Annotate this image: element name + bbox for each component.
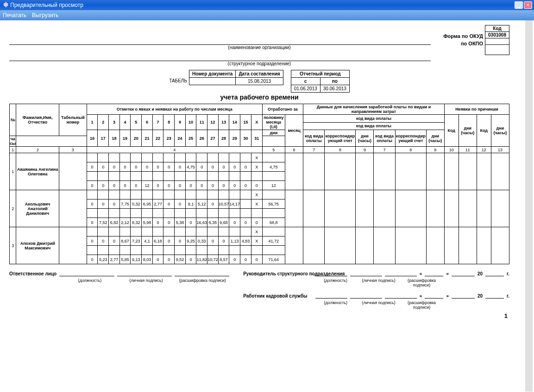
cell: 0 xyxy=(109,236,120,246)
cell: 0 xyxy=(152,255,163,264)
cell: 0 xyxy=(87,199,98,209)
pay-cell xyxy=(459,153,477,190)
cell: 9,25 xyxy=(185,236,196,246)
table-row: 1Аваянина Ангелина ОлеговнаX xyxy=(10,153,509,162)
cell: 0 xyxy=(175,236,186,246)
report-page: Форма по ОКУД по ОКПО Код 0301008 (наиме… xyxy=(0,20,516,324)
h-fio: Фамилия,Имя, Отчество xyxy=(16,104,59,136)
pay-cell xyxy=(325,153,356,190)
cell xyxy=(131,227,142,236)
cell xyxy=(163,153,175,162)
cell xyxy=(240,227,251,236)
cell: 12 xyxy=(262,181,285,190)
period-to: 30.06.2013 xyxy=(320,85,349,93)
cell xyxy=(218,172,229,181)
cell xyxy=(262,153,285,162)
cell: 0 xyxy=(185,181,196,190)
cell xyxy=(240,172,251,181)
cell xyxy=(119,227,131,236)
pay-cell xyxy=(303,190,325,227)
pay-cell xyxy=(444,190,459,227)
cell xyxy=(229,172,240,181)
cell: 68,8 xyxy=(262,218,285,227)
pay-cell xyxy=(477,153,491,190)
cell xyxy=(229,246,240,255)
cell: 0 xyxy=(98,162,109,172)
hr-label: Работник кадровой службы xyxy=(243,293,313,299)
timesheet-table: № Фамилия,Имя, Отчество Табельный номер … xyxy=(9,104,509,264)
cell xyxy=(119,190,131,199)
cell xyxy=(262,246,285,255)
cell: 10,57 xyxy=(218,199,229,209)
page-number: 1 xyxy=(9,312,509,319)
cell xyxy=(142,227,153,236)
doc-num-header: Номер документа xyxy=(189,70,235,78)
cell: 8,03 xyxy=(142,255,153,264)
cell xyxy=(240,209,251,218)
h-worked: Отработано за xyxy=(262,104,303,115)
cell: 8,67 xyxy=(119,236,131,246)
emp-fio: Акольцович Анатолий Данилович xyxy=(16,190,59,227)
pay-cell xyxy=(395,153,426,190)
pay-cell xyxy=(356,190,374,227)
cell xyxy=(152,190,163,199)
cell xyxy=(152,246,163,255)
pay-cell xyxy=(303,227,325,264)
cell: X xyxy=(251,236,262,246)
cell: 0,32 xyxy=(131,199,142,209)
pay-cell xyxy=(491,153,509,190)
doc-date-header: Дата составления xyxy=(236,70,283,78)
cell: 0 xyxy=(87,162,98,172)
cell: 0 xyxy=(163,199,175,209)
period-from: 01.06.2013 xyxy=(291,85,320,93)
cell xyxy=(196,172,207,181)
h-dh1: дни (часы) xyxy=(356,130,374,147)
doc-num-table: Номер документа Дата составления 15.08.2… xyxy=(189,70,283,85)
menu-print[interactable]: Печатать xyxy=(3,12,26,19)
pay-cell xyxy=(303,153,325,190)
cell: X xyxy=(251,190,262,199)
emp-num: 2 xyxy=(10,190,16,227)
close-button[interactable]: ✕ xyxy=(524,1,532,9)
tabel-subtitle: учета рабочего времени xyxy=(9,93,509,101)
cell xyxy=(163,172,175,181)
month-cell xyxy=(285,227,303,264)
cell: 0 xyxy=(163,181,175,190)
cell xyxy=(251,172,262,181)
pay-cell xyxy=(395,190,426,227)
cell: X xyxy=(251,199,262,209)
gear-icon xyxy=(2,1,8,9)
cell: 0 xyxy=(229,218,240,227)
cell: 0 xyxy=(163,218,175,227)
cell xyxy=(207,209,219,218)
cell: 1,13 xyxy=(229,236,240,246)
cell xyxy=(109,172,120,181)
cell: 0 xyxy=(119,162,131,172)
cell: 0 xyxy=(152,181,163,190)
emp-tabnum xyxy=(59,227,87,264)
cell: 0 xyxy=(185,255,196,264)
cell: 0 xyxy=(131,162,142,172)
cell: 0 xyxy=(175,181,186,190)
cell xyxy=(119,153,131,162)
signatures-block: Ответственное лицо (должность) (личная п… xyxy=(9,271,509,310)
cell: 0 xyxy=(240,162,251,172)
menu-export[interactable]: Выгрузить xyxy=(32,12,59,19)
cell: 0 xyxy=(163,162,175,172)
cell: 0 xyxy=(152,162,163,172)
doc-num-value xyxy=(189,78,235,85)
cell: 5,23 xyxy=(98,255,109,264)
cell xyxy=(109,227,120,236)
h-days: дни xyxy=(262,130,285,136)
cell xyxy=(185,190,196,199)
cell: 4,1 xyxy=(142,236,153,246)
pay-cell xyxy=(477,190,491,227)
minimize-button[interactable]: ▁ xyxy=(515,1,523,9)
cell: 14,17 xyxy=(229,199,240,209)
h-abs-code2: Код xyxy=(477,115,491,147)
h-marks: Отметки о явках и неявках на работу по ч… xyxy=(87,104,262,115)
cell: 0 xyxy=(207,199,219,209)
head-label: Руководитель структурного подразделения xyxy=(243,271,313,276)
cell: 9,13 xyxy=(131,255,142,264)
cell xyxy=(142,190,153,199)
